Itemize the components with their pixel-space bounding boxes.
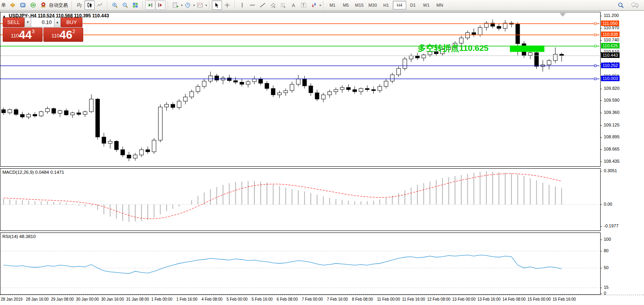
level-price-tag: 110.838 — [601, 32, 620, 37]
metaeditor-icon[interactable] — [18, 0, 28, 10]
price-tick-label: 110.740 — [604, 37, 619, 42]
new-chart-button[interactable] — [170, 0, 181, 10]
price-tick-mark — [600, 40, 602, 41]
timeframe-m15-button[interactable]: M15 — [353, 1, 366, 9]
time-axis-label: 28 Jan 16:00 — [26, 297, 49, 301]
zoom-in-button[interactable] — [110, 0, 120, 10]
price-tick-label: 111.200 — [604, 13, 619, 18]
new-order-button[interactable]: 单 — [1, 2, 6, 9]
svg-text:F: F — [284, 6, 286, 8]
volume-input[interactable] — [31, 17, 54, 27]
time-axis[interactable]: 28 Jan 201928 Jan 16:0029 Jan 08:0030 Ja… — [0, 295, 644, 305]
horizontal-line-tool-button[interactable] — [247, 0, 258, 10]
toolbar-separator — [209, 1, 210, 9]
text-tool-button[interactable]: A — [288, 0, 299, 10]
sell-price-tile[interactable]: 110443 — [3, 28, 43, 42]
macd-tick-mark — [600, 226, 602, 227]
time-axis-label: 7 Feb 16:00 — [327, 297, 348, 301]
text-label-tool-button[interactable]: T — [299, 0, 309, 10]
buy-button[interactable]: BUY — [61, 17, 82, 27]
macd-tick-mark — [600, 205, 602, 205]
scroll-to-end-icon[interactable] — [560, 13, 566, 17]
autotrade-icon[interactable] — [38, 0, 49, 10]
cursor-tool-button[interactable] — [212, 0, 222, 10]
macd-tick-label: -0.1977 — [604, 223, 618, 228]
channel-tool-button[interactable]: E — [268, 0, 278, 10]
toolbar: 单 自动交易 — [0, 0, 644, 11]
one-click-trading-panel: SELL ▼ ▲ BUY 110443 110462 — [3, 17, 85, 42]
timeframe-h1-button[interactable]: H1 — [379, 1, 393, 9]
gold-icon[interactable] — [7, 0, 18, 10]
price-tick-label: 109.360 — [604, 110, 620, 115]
volume-decrease-button[interactable]: ▼ — [24, 17, 31, 27]
time-axis-label: 13 Feb 00:00 — [452, 297, 476, 301]
autotrade-button[interactable]: 自动交易 — [49, 2, 68, 9]
arrows-tool-button[interactable] — [309, 0, 319, 10]
mt4-window: 单 自动交易 — [0, 0, 644, 305]
timeframe-h4-button[interactable]: H4 — [393, 1, 406, 9]
fibonacci-tool-button[interactable]: F — [278, 0, 288, 10]
line-chart-type-button[interactable] — [95, 0, 105, 10]
sell-button[interactable]: SELL — [3, 17, 24, 27]
trendline-tool-button[interactable] — [258, 0, 268, 10]
timeframe-toolbar: M1M5M15M30H1H4D1W1MN — [326, 1, 446, 9]
price-axis[interactable]: 111.200110.970110.740110.510110.280110.0… — [600, 11, 644, 294]
candlestick-plot — [0, 12, 599, 166]
template-button[interactable] — [195, 0, 205, 10]
rsi-panel: RSI(14) 48.3810 — [0, 232, 601, 295]
vertical-line-tool-button[interactable] — [237, 0, 247, 10]
timeframe-m5-button[interactable]: M5 — [339, 1, 353, 9]
timeframe-m30-button[interactable]: M30 — [366, 1, 379, 9]
price-tick-mark — [600, 113, 602, 113]
time-axis-label: 29 Jan 08:00 — [51, 297, 74, 301]
level-price-tag: 110.252 — [601, 63, 620, 68]
price-tick-mark — [600, 100, 602, 101]
chart-shift-button[interactable] — [155, 0, 166, 10]
search-icon[interactable] — [616, 0, 626, 10]
macd-label: MACD(12,26,9) 0.0484 0.1471 — [2, 170, 64, 175]
level-price-tag: 110.625 — [601, 43, 620, 48]
macd-tick-mark — [600, 171, 602, 171]
svg-text:E: E — [274, 6, 275, 8]
volume-increase-button[interactable]: ▲ — [54, 17, 61, 27]
time-axis-label: 8 Feb 08:00 — [352, 297, 373, 301]
time-axis-label: 15 Feb 00:00 — [528, 297, 551, 301]
auto-scroll-button[interactable] — [145, 0, 155, 10]
main-chart-panel: ▲ USDJPY-,H4 110.524 110.568 110.395 110… — [0, 12, 601, 167]
timeframe-mn-button[interactable]: MN — [433, 1, 446, 9]
template-dropdown-icon[interactable]: ▾ — [205, 4, 207, 7]
rsi-plot — [0, 233, 599, 294]
time-axis-label: 14 Feb 08:00 — [502, 297, 526, 301]
time-axis-label: 31 Jan 08:00 — [126, 297, 149, 301]
buy-price-tile[interactable]: 110462 — [43, 28, 83, 42]
rsi-tick-mark — [600, 288, 602, 288]
time-axis-label: 1 Feb 00:00 — [151, 297, 172, 301]
pivot-annotation-text: 多空转折点110.625 — [418, 43, 489, 54]
price-tick-label: 109.125 — [604, 123, 620, 127]
time-axis-label: 13 Feb 16:00 — [477, 297, 500, 301]
time-axis-label: 15 Feb 16:00 — [553, 297, 576, 301]
zoom-out-button[interactable] — [120, 0, 130, 10]
time-axis-label: 30 Jan 16:00 — [101, 297, 124, 301]
time-axis-label: 28 Jan 2019 — [1, 297, 22, 301]
period-clock-button[interactable] — [183, 0, 193, 10]
signal-broadcast-icon[interactable] — [28, 0, 38, 10]
timeframe-w1-button[interactable]: W1 — [420, 1, 433, 9]
tile-windows-button[interactable] — [130, 0, 140, 10]
bar-chart-type-button[interactable] — [74, 0, 84, 10]
svg-text:T: T — [302, 3, 305, 7]
level-price-tag: 111.050 — [601, 20, 619, 26]
price-tick-label: 108.895 — [604, 134, 620, 139]
toolbar-separator — [323, 1, 324, 9]
candlestick-chart-type-button[interactable] — [84, 0, 95, 10]
time-axis-label: 4 Feb 08:00 — [202, 297, 222, 301]
time-axis-label: 1 Feb 16:00 — [176, 297, 197, 301]
price-tick-label: 108.665 — [604, 147, 620, 151]
timeframe-d1-button[interactable]: D1 — [406, 1, 420, 9]
chat-icon[interactable] — [630, 0, 640, 10]
timeframe-m1-button[interactable]: M1 — [326, 1, 339, 9]
price-tick-mark — [600, 137, 602, 138]
crosshair-tool-button[interactable] — [222, 0, 232, 10]
arrows-dropdown-icon[interactable]: ▾ — [319, 4, 321, 7]
toolbar-separator — [168, 1, 168, 9]
